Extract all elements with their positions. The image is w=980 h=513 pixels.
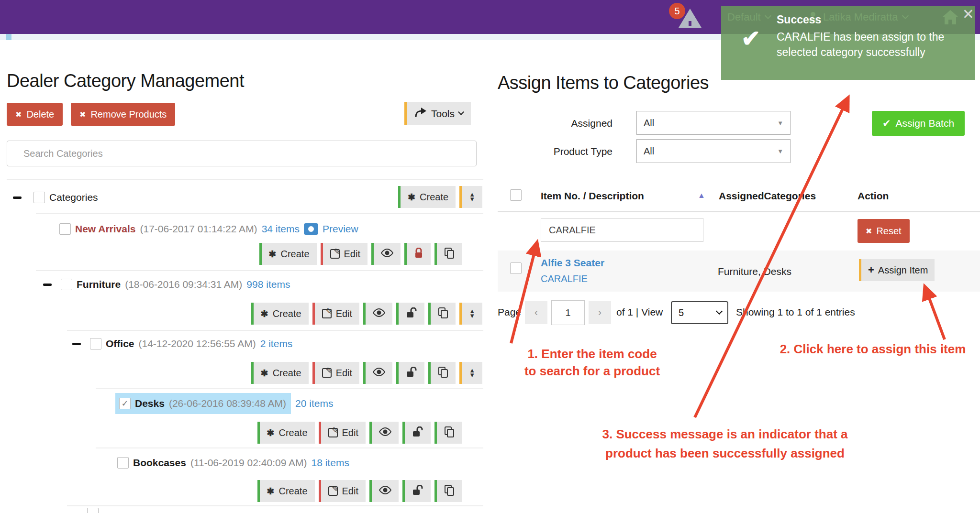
categories-checkbox[interactable] <box>33 192 45 203</box>
edit-button[interactable]: ✎ Edit <box>319 422 366 444</box>
item-name-link[interactable]: Alfie 3 Seater <box>541 257 604 269</box>
divider <box>36 213 483 214</box>
reset-button[interactable]: ✖ Reset <box>858 219 910 243</box>
search-input[interactable] <box>7 141 477 166</box>
camera-icon[interactable] <box>304 223 318 235</box>
notification-bell[interactable]: 5 <box>672 4 705 30</box>
preview-link[interactable]: Preview <box>323 223 358 235</box>
collapse-icon[interactable] <box>43 284 52 286</box>
divider <box>498 211 980 212</box>
success-toast: ✔ Success CARALFIE has been assign to th… <box>721 6 975 80</box>
create-button[interactable]: ✱ Create <box>257 480 315 502</box>
select-all-checkbox[interactable] <box>510 189 522 201</box>
chevron-left-icon: ‹ <box>535 306 538 319</box>
view-button[interactable] <box>363 303 392 325</box>
assign-panel-title: Assign Items to Categories <box>498 73 709 93</box>
annotation-step3: 3. Success message is an indicator that … <box>569 425 880 463</box>
asterisk-icon: ✱ <box>408 192 415 203</box>
collapse-icon[interactable] <box>13 196 22 199</box>
tree-date: (14-12-2020 12:56:55 AM) <box>139 338 256 349</box>
view-button[interactable] <box>363 362 392 384</box>
share-arrow-icon <box>414 107 427 120</box>
bookcases-checkbox[interactable] <box>117 457 129 469</box>
unlock-button[interactable] <box>396 303 424 325</box>
copy-button[interactable] <box>428 362 456 384</box>
page-number-input[interactable] <box>551 300 585 325</box>
assign-item-button[interactable]: + Assign Item <box>859 259 935 281</box>
page-label: Page <box>498 306 521 318</box>
new-arrivals-checkbox[interactable] <box>59 223 71 235</box>
office-checkbox[interactable] <box>90 338 101 349</box>
sort-asc-icon[interactable]: ▲ <box>698 191 705 200</box>
assigned-select[interactable]: All ▼ <box>636 111 791 135</box>
sort-button[interactable]: ▲▼ <box>459 303 482 325</box>
create-button[interactable]: ✱ Create <box>257 422 315 444</box>
collapse-icon[interactable] <box>72 343 81 345</box>
item-filter-input[interactable] <box>541 218 703 242</box>
select-arrow-icon: ▼ <box>777 120 783 127</box>
sub-strip-accent <box>6 34 11 40</box>
sort-button[interactable]: ▲▼ <box>459 186 482 208</box>
toast-title: Success <box>777 13 821 26</box>
assigned-label: Assigned <box>517 118 612 129</box>
office-actions: ✱ Create ✎ Edit ▲▼ <box>251 362 482 384</box>
copy-button[interactable] <box>428 303 456 325</box>
divider <box>36 270 483 271</box>
eye-icon <box>379 427 391 438</box>
tools-button[interactable]: Tools <box>404 102 471 125</box>
next-page-button[interactable]: › <box>589 301 611 324</box>
checkbox-check-icon: ✓ <box>121 398 128 409</box>
create-button[interactable]: ✱ Create <box>398 186 456 208</box>
eye-icon <box>381 249 393 260</box>
tree-row-categories: Categories <box>13 186 98 208</box>
view-button[interactable] <box>369 480 399 502</box>
items-link[interactable]: 2 items <box>260 338 293 349</box>
column-header-item[interactable]: Item No. / Description <box>541 190 644 202</box>
row-checkbox[interactable] <box>510 262 522 274</box>
view-button[interactable] <box>371 243 401 265</box>
arrow-to-assign-item <box>925 287 945 339</box>
items-link[interactable]: 34 items <box>262 223 300 235</box>
eye-icon <box>379 486 391 497</box>
unlock-button[interactable] <box>402 422 431 444</box>
column-header-categories[interactable]: AssignedCategories <box>719 190 816 202</box>
screen: 5 Default Latika Mediratta ✔ Success CAR… <box>0 0 980 513</box>
desks-checkbox[interactable]: ✓ <box>119 398 131 409</box>
unlock-button[interactable] <box>402 480 431 502</box>
create-button[interactable]: ✱ Create <box>251 303 309 325</box>
delete-button[interactable]: ✖ Delete <box>7 103 63 126</box>
furniture-actions: ✱ Create ✎ Edit ▲▼ <box>251 303 482 325</box>
copy-button[interactable] <box>434 480 462 502</box>
close-icon[interactable]: ✕ <box>962 6 974 22</box>
items-link[interactable]: 998 items <box>246 279 290 290</box>
unlock-icon <box>412 426 423 439</box>
remove-products-button[interactable]: ✖ Remove Products <box>71 103 175 126</box>
unlock-button[interactable] <box>396 362 424 384</box>
edit-button[interactable]: ✎ Edit <box>312 303 359 325</box>
edit-button[interactable]: ✎ Edit <box>321 243 368 265</box>
sort-button[interactable]: ▲▼ <box>459 362 482 384</box>
tree-row-new-arrivals: New Arrivals (17-06-2017 01:14:22 AM) 34… <box>59 218 358 240</box>
items-link[interactable]: 20 items <box>295 398 333 409</box>
partial-row-checkbox[interactable] <box>87 508 99 513</box>
item-code-link[interactable]: CARALFIE <box>541 273 588 284</box>
eye-icon <box>373 308 385 319</box>
view-select[interactable]: 5 <box>671 301 728 324</box>
edit-button[interactable]: ✎ Edit <box>319 480 366 502</box>
copy-button[interactable] <box>434 422 462 444</box>
view-button[interactable] <box>369 422 399 444</box>
copy-button[interactable] <box>434 243 462 265</box>
assign-batch-button[interactable]: ✔ Assign Batch <box>872 111 965 136</box>
items-link[interactable]: 18 items <box>312 457 349 469</box>
tree-label: Categories <box>49 192 98 203</box>
lock-button[interactable] <box>404 243 431 265</box>
create-button[interactable]: ✱ Create <box>259 243 317 265</box>
product-type-select[interactable]: All ▼ <box>636 139 791 163</box>
sort-icon: ▲▼ <box>469 309 475 318</box>
x-icon: ✖ <box>15 110 22 119</box>
edit-button[interactable]: ✎ Edit <box>312 362 359 384</box>
furniture-checkbox[interactable] <box>61 279 72 290</box>
prev-page-button[interactable]: ‹ <box>525 301 547 324</box>
create-button[interactable]: ✱ Create <box>251 362 309 384</box>
desks-highlight: ✓ Desks (26-06-2016 08:39:48 AM) <box>115 393 291 414</box>
